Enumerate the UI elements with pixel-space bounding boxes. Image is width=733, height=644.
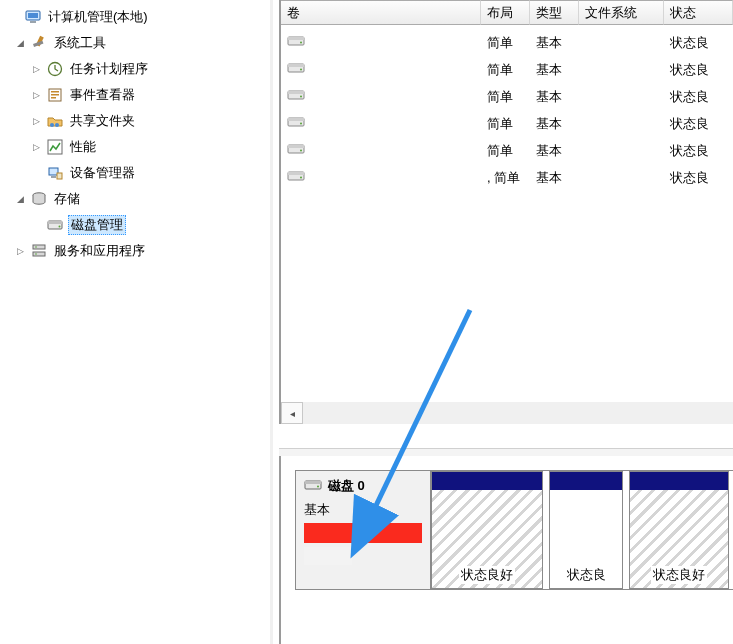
svg-rect-8: [51, 94, 59, 96]
tree-item-device-manager[interactable]: 设备管理器: [4, 160, 270, 186]
svg-point-11: [55, 123, 59, 127]
expand-icon[interactable]: ▷: [30, 90, 42, 100]
redacted-status: [304, 547, 352, 565]
tree-item-system-tools[interactable]: ◢ 系统工具: [4, 30, 270, 56]
svg-rect-37: [288, 145, 304, 148]
expand-icon[interactable]: ▷: [30, 142, 42, 152]
svg-point-44: [317, 485, 319, 487]
collapse-icon[interactable]: ◢: [14, 38, 26, 48]
expand-icon[interactable]: ▷: [14, 246, 26, 256]
svg-rect-2: [30, 21, 36, 23]
svg-point-23: [35, 253, 37, 255]
tree-label: 磁盘管理: [68, 215, 126, 235]
clock-icon: [46, 60, 64, 78]
svg-point-41: [300, 177, 302, 179]
cell-type: 基本: [530, 115, 579, 133]
tree-root-computer-management[interactable]: 计算机管理(本地): [4, 4, 270, 30]
cell-layout: 简单: [481, 115, 530, 133]
cell-type: 基本: [530, 88, 579, 106]
tree-label: 设备管理器: [68, 164, 137, 182]
volume-icon: [287, 142, 305, 159]
svg-rect-34: [288, 118, 304, 121]
disk-row: 磁盘 0 基本 状态良好 状态良 状态良好: [295, 470, 733, 590]
redacted-capacity: [304, 523, 422, 543]
storage-icon: [30, 190, 48, 208]
cell-type: 基本: [530, 61, 579, 79]
volume-row[interactable]: 简单基本状态良: [281, 137, 733, 164]
expand-icon[interactable]: ▷: [30, 116, 42, 126]
disk-management-icon: [46, 216, 64, 234]
partition-color-bar: [550, 472, 622, 490]
svg-point-22: [35, 246, 37, 248]
tree-item-event-viewer[interactable]: ▷ 事件查看器: [4, 82, 270, 108]
disk-icon: [304, 478, 322, 495]
svg-point-10: [50, 123, 54, 127]
cell-layout: 简单: [481, 142, 530, 160]
horizontal-scrollbar[interactable]: ◂: [281, 402, 733, 424]
svg-point-38: [300, 150, 302, 152]
svg-rect-1: [28, 13, 38, 18]
volume-row[interactable]: 简单基本状态良: [281, 83, 733, 110]
volume-list-body: 简单基本状态良简单基本状态良简单基本状态良简单基本状态良简单基本状态良, 简单基…: [281, 25, 733, 191]
column-header-status[interactable]: 状态: [664, 0, 733, 25]
shared-folder-icon: [46, 112, 64, 130]
svg-rect-18: [48, 221, 62, 224]
volume-row[interactable]: 简单基本状态良: [281, 110, 733, 137]
svg-point-32: [300, 96, 302, 98]
partition-status: 状态良: [565, 566, 608, 584]
cell-layout: 简单: [481, 61, 530, 79]
disk-type: 基本: [304, 501, 422, 519]
computer-icon: [24, 8, 42, 26]
volume-list-header: 卷 布局 类型 文件系统 状态: [281, 0, 733, 25]
tree-item-services-apps[interactable]: ▷ 服务和应用程序: [4, 238, 270, 264]
volume-row[interactable]: , 简单基本状态良: [281, 164, 733, 191]
tree-item-disk-management[interactable]: 磁盘管理: [4, 212, 270, 238]
cell-status: 状态良: [664, 34, 733, 52]
partition-color-bar: [630, 472, 728, 490]
tree-item-storage[interactable]: ◢ 存储: [4, 186, 270, 212]
scroll-left-button[interactable]: ◂: [281, 402, 303, 424]
cell-status: 状态良: [664, 61, 733, 79]
disk-header[interactable]: 磁盘 0 基本: [295, 470, 431, 590]
partition-2[interactable]: 状态良: [549, 471, 623, 589]
tree-label: 计算机管理(本地): [46, 8, 150, 26]
svg-point-35: [300, 123, 302, 125]
cell-layout: , 简单: [481, 169, 530, 187]
expand-icon[interactable]: ▷: [30, 64, 42, 74]
svg-rect-14: [51, 176, 56, 178]
performance-icon: [46, 138, 64, 156]
svg-rect-40: [288, 172, 304, 175]
volume-list[interactable]: 卷 布局 类型 文件系统 状态 简单基本状态良简单基本状态良简单基本状态良简单基…: [279, 0, 733, 424]
svg-rect-43: [305, 481, 321, 484]
partition-1[interactable]: 状态良好: [431, 471, 543, 589]
volume-row[interactable]: 简单基本状态良: [281, 29, 733, 56]
column-header-volume[interactable]: 卷: [281, 0, 481, 25]
tree-item-shared-folders[interactable]: ▷ 共享文件夹: [4, 108, 270, 134]
column-header-layout[interactable]: 布局: [481, 0, 530, 25]
column-header-type[interactable]: 类型: [530, 0, 579, 25]
tree-item-task-scheduler[interactable]: ▷ 任务计划程序: [4, 56, 270, 82]
content-pane: 卷 布局 类型 文件系统 状态 简单基本状态良简单基本状态良简单基本状态良简单基…: [273, 0, 733, 644]
svg-rect-21: [33, 252, 45, 256]
volume-row[interactable]: 简单基本状态良: [281, 56, 733, 83]
tree-label: 事件查看器: [68, 86, 137, 104]
volume-icon: [287, 88, 305, 105]
svg-point-19: [59, 226, 61, 228]
device-manager-icon: [46, 164, 64, 182]
cell-layout: 简单: [481, 34, 530, 52]
partition-3[interactable]: 状态良好: [629, 471, 729, 589]
cell-status: 状态良: [664, 115, 733, 133]
column-header-filesystem[interactable]: 文件系统: [579, 0, 664, 25]
tree-label: 系统工具: [52, 34, 108, 52]
disk-title: 磁盘 0: [328, 477, 365, 495]
svg-point-29: [300, 69, 302, 71]
tree-label: 存储: [52, 190, 82, 208]
cell-status: 状态良: [664, 88, 733, 106]
svg-rect-25: [288, 37, 304, 40]
svg-rect-9: [51, 97, 56, 99]
volume-icon: [287, 61, 305, 78]
cell-status: 状态良: [664, 169, 733, 187]
cell-type: 基本: [530, 34, 579, 52]
tree-item-performance[interactable]: ▷ 性能: [4, 134, 270, 160]
collapse-icon[interactable]: ◢: [14, 194, 26, 204]
